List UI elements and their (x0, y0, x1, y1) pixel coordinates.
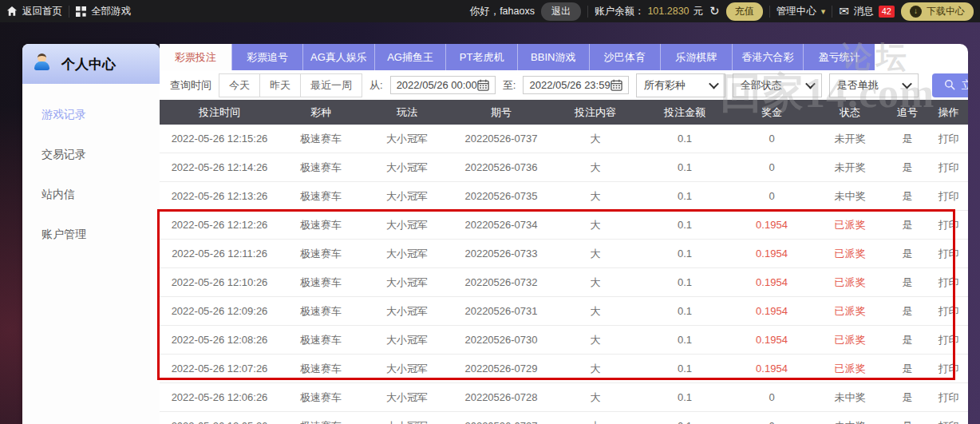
sidebar: 个人中心 游戏记录交易记录站内信账户管理 (22, 44, 160, 424)
cell-amount: 0.1 (640, 219, 729, 231)
tab[interactable]: 盈亏统计 (803, 44, 875, 70)
logout-button[interactable]: 退出 (541, 2, 581, 21)
quick-range-button[interactable]: 昨天 (259, 74, 300, 97)
query-button-label: 立即查询 (962, 78, 968, 93)
cell-lottery: 极速赛车 (279, 304, 362, 319)
cell-action[interactable]: 打印 (929, 362, 968, 376)
cell-prize: 0.1954 (729, 276, 814, 288)
date-from-value: 2022/05/26 00:00 (397, 79, 477, 91)
download-icon: ↓ (910, 6, 922, 18)
cell-amount: 0.1 (640, 133, 729, 145)
table-row: 2022-05-26 12:10:26极速赛车大小冠军20220526-0732… (160, 268, 968, 297)
cell-chase: 是 (886, 189, 929, 204)
cell-action[interactable]: 打印 (929, 189, 968, 204)
tab[interactable]: 彩票追号 (231, 44, 303, 70)
sidebar-item[interactable]: 账户管理 (22, 215, 160, 255)
filter-select[interactable]: 所有彩种 (636, 73, 725, 97)
cell-status: 已派奖 (814, 362, 886, 376)
divider (769, 6, 770, 18)
cell-content: 大 (551, 304, 640, 319)
cell-issue: 20220526-0734 (452, 219, 551, 231)
cell-time: 2022-05-26 12:07:26 (160, 363, 279, 374)
column-header: 彩种 (279, 105, 362, 120)
cell-play: 大小冠军 (362, 333, 452, 347)
cell-prize: 0 (729, 190, 814, 202)
grid-icon (76, 6, 86, 17)
cell-status: 已派奖 (814, 218, 886, 232)
cell-action[interactable]: 打印 (929, 333, 968, 347)
cell-play: 大小冠军 (362, 189, 452, 204)
cell-action[interactable]: 打印 (929, 390, 968, 405)
cell-prize: 0 (729, 133, 814, 145)
column-header: 追号 (886, 105, 929, 120)
tab[interactable]: PT老虎机 (445, 44, 517, 70)
tab[interactable]: AG捕鱼王 (374, 44, 446, 70)
cell-chase: 是 (886, 304, 929, 319)
cell-play: 大小冠军 (362, 218, 452, 232)
cell-status: 已派奖 (814, 333, 886, 347)
cell-status: 未中奖 (814, 189, 886, 204)
quick-range-button[interactable]: 最近一周 (300, 74, 362, 97)
cell-chase: 是 (886, 333, 929, 347)
cell-issue: 20220526-0732 (452, 276, 551, 288)
all-games-label: 全部游戏 (91, 5, 131, 18)
balance-value: 101.2830 (647, 6, 689, 17)
cell-time: 2022-05-26 12:06:26 (160, 391, 279, 403)
column-header: 状态 (814, 105, 886, 120)
cell-status: 未开奖 (814, 160, 886, 175)
cell-lottery: 极速赛车 (279, 132, 362, 146)
cell-chase: 是 (886, 275, 929, 290)
recharge-button[interactable]: 充值 (726, 2, 763, 21)
download-center-label: 下载中心 (927, 5, 965, 18)
date-to-input[interactable]: 2022/05/26 23:59 (523, 76, 628, 94)
cell-action[interactable]: 打印 (929, 275, 968, 290)
messages-link[interactable]: ✉ 消息 42 (839, 4, 895, 18)
cell-action[interactable]: 打印 (929, 247, 968, 261)
balance-unit: 元 (694, 5, 704, 18)
all-games-link[interactable]: 全部游戏 (76, 5, 131, 18)
tab[interactable]: BBIN游戏 (517, 44, 589, 70)
table-row: 2022-05-26 12:14:26极速赛车大小冠军20220526-0736… (160, 153, 968, 182)
cell-play: 大小冠军 (362, 419, 452, 424)
admin-center-menu[interactable]: 管理中心 ▾ (776, 5, 826, 18)
cell-time: 2022-05-26 12:05:26 (160, 420, 279, 424)
download-center-button[interactable]: ↓ 下载中心 (901, 2, 974, 21)
cell-status: 已派奖 (814, 275, 886, 290)
divider (832, 6, 832, 18)
filter-select[interactable]: 全部状态 (733, 73, 822, 97)
table-header: 投注时间彩种玩法期号投注内容投注金额奖金状态追号操作 (160, 100, 968, 125)
cell-lottery: 极速赛车 (279, 189, 362, 204)
calendar-icon (611, 79, 622, 91)
sidebar-item[interactable]: 游戏记录 (22, 95, 160, 135)
cell-play: 大小冠军 (362, 304, 452, 319)
quick-range-button[interactable]: 今天 (219, 74, 259, 97)
tab[interactable]: 香港六合彩 (732, 44, 804, 70)
cell-content: 大 (551, 419, 640, 424)
query-button[interactable]: 立即查询 (932, 73, 968, 97)
tab[interactable]: AG真人娱乐 (302, 44, 374, 70)
filter-select[interactable]: 是否单挑 (829, 73, 919, 97)
table-body: 2022-05-26 12:15:26极速赛车大小冠军20220526-0737… (160, 125, 968, 424)
tab[interactable]: 彩票投注 (160, 44, 231, 70)
cell-amount: 0.1 (640, 248, 729, 260)
sidebar-item[interactable]: 交易记录 (22, 135, 160, 175)
cell-action[interactable]: 打印 (929, 132, 968, 146)
cell-action[interactable]: 打印 (929, 304, 968, 319)
select-value: 所有彩种 (644, 78, 686, 93)
tab[interactable]: 沙巴体育 (589, 44, 661, 70)
sidebar-menu: 游戏记录交易记录站内信账户管理 (22, 84, 160, 255)
sidebar-item[interactable]: 站内信 (22, 175, 160, 215)
cell-amount: 0.1 (640, 161, 729, 173)
cell-issue: 20220526-0735 (452, 190, 551, 202)
home-link[interactable]: 返回首页 (6, 5, 62, 18)
date-from-input[interactable]: 2022/05/26 00:00 (390, 76, 496, 94)
cell-play: 大小冠军 (362, 132, 452, 146)
page-title: 个人中心 (61, 55, 116, 73)
cell-action[interactable]: 打印 (929, 419, 968, 424)
refresh-icon[interactable]: ↻ (709, 4, 720, 18)
cell-action[interactable]: 打印 (929, 218, 968, 232)
tab[interactable]: 乐游棋牌 (660, 44, 732, 70)
cell-action[interactable]: 打印 (929, 160, 968, 175)
cell-content: 大 (551, 390, 640, 405)
cell-time: 2022-05-26 12:12:26 (160, 219, 279, 231)
